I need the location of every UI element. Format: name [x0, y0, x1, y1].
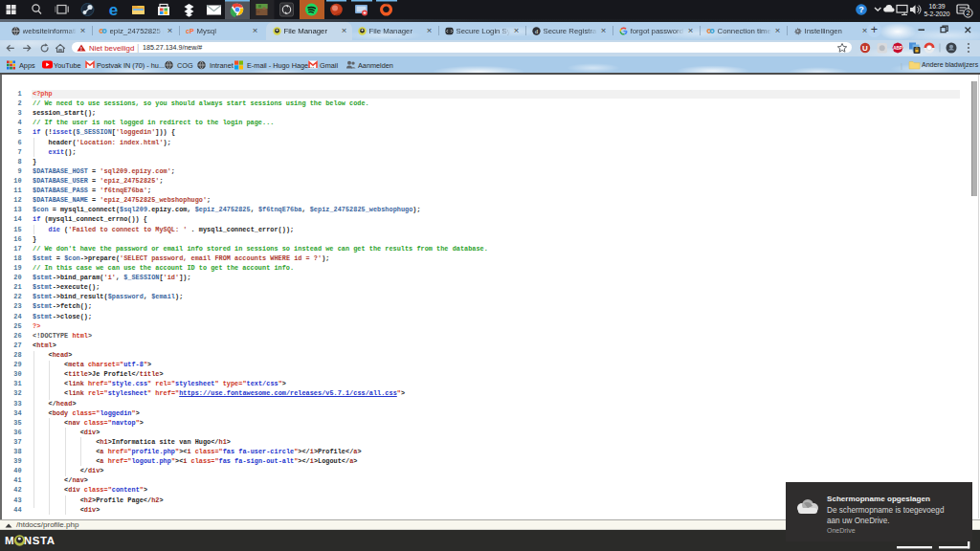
- svg-text:ABP: ABP: [893, 46, 902, 51]
- svg-text:16:39: 16:39: [928, 3, 945, 10]
- svg-text:U: U: [862, 44, 868, 53]
- svg-text:cP: cP: [186, 27, 194, 35]
- svg-text:!: !: [80, 45, 82, 51]
- svg-text:?: ?: [858, 5, 864, 14]
- svg-text:5-2-2020: 5-2-2020: [924, 11, 949, 17]
- svg-text:2: 2: [966, 9, 969, 17]
- svg-text:e: e: [109, 1, 118, 19]
